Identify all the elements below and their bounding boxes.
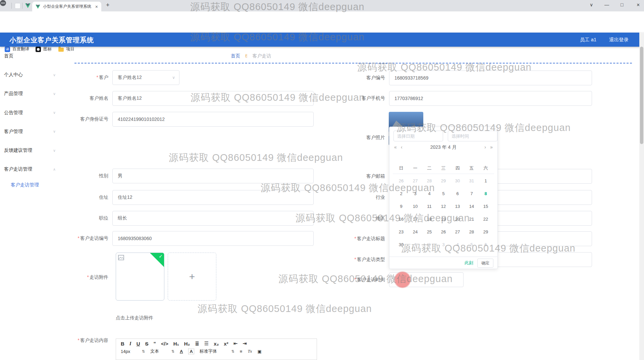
format-select[interactable]: 文本⇅ bbox=[150, 348, 174, 354]
date-cell[interactable]: 5 bbox=[465, 238, 479, 251]
superscript-button[interactable]: x² bbox=[224, 341, 228, 347]
date-cell[interactable]: 27 bbox=[408, 175, 422, 187]
bookmark-project[interactable]: 项目 bbox=[58, 46, 74, 52]
clear-format-button[interactable]: Tx bbox=[248, 349, 252, 354]
underline-button[interactable]: U bbox=[137, 341, 140, 347]
date-cell[interactable]: 4 bbox=[422, 187, 436, 200]
insert-image-button[interactable]: ▣ bbox=[257, 349, 261, 354]
scrollbar-thumb[interactable] bbox=[640, 47, 643, 144]
date-cell[interactable]: 7 bbox=[465, 187, 479, 200]
bold-button[interactable]: B bbox=[121, 341, 124, 347]
date-cell[interactable]: 30 bbox=[450, 175, 465, 187]
customer-select[interactable]: 客户姓名12 ∨ bbox=[112, 70, 179, 85]
date-cell[interactable]: 5 bbox=[436, 187, 450, 200]
date-cell[interactable]: 17 bbox=[408, 213, 422, 226]
date-cell[interactable]: 26 bbox=[436, 226, 450, 238]
blockquote-button[interactable]: “ bbox=[154, 342, 156, 345]
date-cell[interactable]: 8 bbox=[479, 187, 493, 200]
code-view-button[interactable]: </> bbox=[161, 341, 168, 347]
date-cell[interactable]: 21 bbox=[465, 213, 479, 226]
vue-pinned-tab-icon[interactable] bbox=[25, 3, 31, 8]
date-cell[interactable]: 2 bbox=[394, 187, 408, 200]
next-month-icon[interactable]: › bbox=[484, 144, 486, 150]
customer-no-input[interactable] bbox=[389, 71, 592, 85]
date-cell[interactable]: 28 bbox=[465, 226, 479, 238]
window-menu-icon[interactable]: ∨ bbox=[590, 2, 593, 7]
date-cell[interactable]: 1 bbox=[408, 238, 422, 251]
date-cell[interactable]: 31 bbox=[465, 175, 479, 187]
visit-no-input[interactable] bbox=[112, 231, 314, 246]
window-maximize-icon[interactable]: □ bbox=[621, 2, 623, 7]
customer-phone-input[interactable] bbox=[389, 91, 592, 106]
date-cell[interactable]: 15 bbox=[479, 200, 493, 213]
sidebar-item[interactable]: 产品管理∨ bbox=[0, 88, 60, 99]
pinned-tab[interactable] bbox=[15, 3, 20, 9]
italic-button[interactable]: I bbox=[129, 341, 131, 347]
date-cell[interactable]: 26 bbox=[394, 175, 408, 187]
sidebar-subitem-active[interactable]: 客户走访管理 bbox=[11, 182, 39, 188]
date-cell[interactable]: 4 bbox=[450, 238, 465, 251]
strikethrough-button[interactable]: S bbox=[145, 341, 149, 347]
date-cell[interactable]: 27 bbox=[450, 226, 465, 238]
sidebar-item[interactable]: 客户管理∨ bbox=[0, 126, 60, 137]
indent-button[interactable]: ⇥ bbox=[243, 341, 247, 347]
sidebar-item[interactable]: 公告管理∨ bbox=[0, 107, 60, 119]
date-cell[interactable]: 29 bbox=[479, 226, 493, 238]
customer-id-input[interactable] bbox=[112, 112, 314, 127]
date-cell[interactable]: 25 bbox=[422, 226, 436, 238]
sidebar-item[interactable]: 个人中心∨ bbox=[0, 69, 60, 81]
date-cell[interactable]: 24 bbox=[408, 226, 422, 238]
position-input[interactable] bbox=[112, 211, 314, 226]
highlight-color-button[interactable]: A bbox=[188, 349, 194, 354]
ordered-list-button[interactable]: ≣ bbox=[195, 341, 199, 347]
font-size-select[interactable]: 14px⇅ bbox=[121, 349, 145, 354]
picker-date-input[interactable] bbox=[393, 131, 443, 141]
window-minimize-icon[interactable]: — bbox=[604, 2, 609, 7]
date-cell[interactable]: 6 bbox=[479, 238, 493, 251]
date-cell[interactable]: 2 bbox=[422, 238, 436, 251]
active-tab[interactable]: 小型企业客户关系管理系统 × bbox=[32, 2, 101, 11]
date-cell[interactable]: 3 bbox=[408, 187, 422, 200]
confirm-button[interactable]: 确定 bbox=[477, 259, 493, 268]
font-family-select[interactable]: 标准字体⇅ bbox=[200, 348, 234, 354]
subscript-button[interactable]: x₂ bbox=[214, 341, 219, 347]
picker-time-input[interactable] bbox=[448, 131, 497, 141]
outdent-button[interactable]: ⇤ bbox=[233, 341, 238, 347]
logout-button[interactable]: 退出登录 bbox=[609, 37, 629, 43]
sidebar-item[interactable]: 反馈建议管理∨ bbox=[0, 145, 60, 156]
align-button[interactable]: ≡ bbox=[240, 349, 243, 354]
date-cell[interactable]: 11 bbox=[422, 200, 436, 213]
current-user[interactable]: 员工 a1 bbox=[580, 37, 596, 43]
new-tab-button[interactable]: + bbox=[106, 2, 110, 9]
date-cell[interactable]: 10 bbox=[408, 200, 422, 213]
date-cell[interactable]: 3 bbox=[436, 238, 450, 251]
date-cell[interactable]: 14 bbox=[465, 200, 479, 213]
font-color-button[interactable]: A bbox=[180, 349, 183, 354]
unordered-list-button[interactable]: ☰ bbox=[204, 341, 209, 347]
rich-text-editor[interactable]: BIUS“</>H₁H₂≣☰x₂x²⇤⇥ 14px⇅文本⇅AA标准字体⇅≡Tx▣ bbox=[116, 339, 317, 360]
date-cell[interactable]: 12 bbox=[436, 200, 450, 213]
sidebar-item[interactable]: 首页 bbox=[0, 50, 60, 62]
attachment-thumbnail[interactable]: ✓ bbox=[116, 253, 164, 301]
heading-1-button[interactable]: H₁ bbox=[173, 341, 179, 347]
customer-name-input[interactable] bbox=[112, 91, 314, 106]
picker-title[interactable]: 2023 年 4 月 bbox=[389, 144, 497, 150]
date-cell[interactable]: 16 bbox=[394, 213, 408, 226]
upload-attachment-button[interactable]: + bbox=[168, 253, 216, 301]
heading-2-button[interactable]: H₂ bbox=[184, 341, 190, 347]
date-cell[interactable]: 9 bbox=[394, 200, 408, 213]
date-cell[interactable]: 23 bbox=[394, 226, 408, 238]
date-cell[interactable]: 1 bbox=[479, 175, 493, 187]
date-cell[interactable]: 28 bbox=[422, 175, 436, 187]
window-close-icon[interactable]: × bbox=[637, 2, 640, 8]
gender-input[interactable] bbox=[112, 169, 314, 183]
date-cell[interactable]: 22 bbox=[479, 213, 493, 226]
tab-close-icon[interactable]: × bbox=[95, 4, 98, 9]
date-cell[interactable]: 30 bbox=[394, 238, 408, 251]
date-cell[interactable]: 6 bbox=[450, 187, 465, 200]
breadcrumb-home[interactable]: 首页 bbox=[231, 53, 240, 59]
next-year-icon[interactable]: » bbox=[490, 144, 493, 150]
date-cell[interactable]: 29 bbox=[436, 175, 450, 187]
now-link[interactable]: 此刻 bbox=[465, 260, 473, 266]
date-cell[interactable]: 20 bbox=[450, 213, 465, 226]
